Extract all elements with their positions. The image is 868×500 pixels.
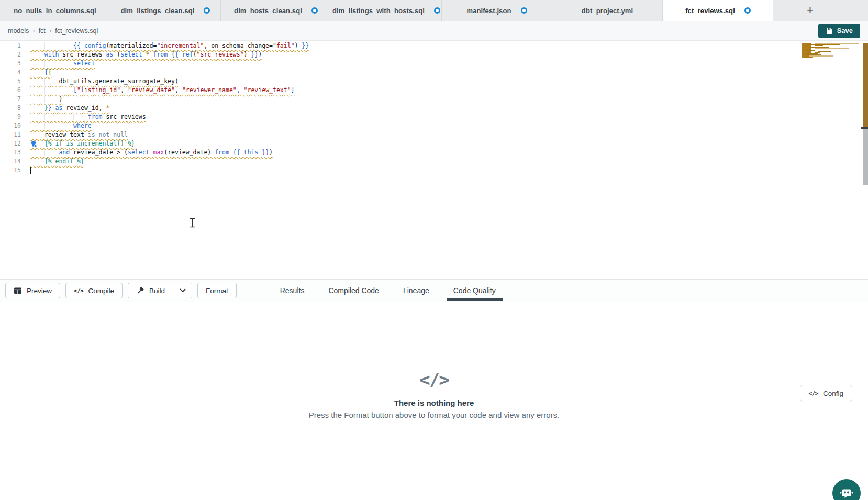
code-token: ( [193,51,197,58]
file-tab-label: dim_hosts_clean.sql [234,7,302,15]
breadcrumb-item[interactable]: fct_reviews.sql [55,27,98,35]
panel-tab-code-quality[interactable]: Code Quality [447,280,503,302]
line-number: 12 [0,139,21,148]
code-line-text: and review_date > (select max(review_dat… [30,148,273,157]
indent-guide [59,113,74,120]
code-line[interactable]: 1 {{ config(materialized="incremental", … [0,41,868,50]
code-line[interactable]: 9 from src_reviews [0,113,868,121]
result-panel-tabs: ResultsCompiled CodeLineageCode Quality [268,280,508,302]
indent-guide [30,60,45,67]
panel-tab-results[interactable]: Results [273,280,311,302]
line-number: 11 [0,130,21,139]
code-token: }} [262,149,269,156]
file-tab-manifest.json[interactable]: manifest.json [442,0,552,21]
code-line[interactable]: 4 {{ [0,68,868,77]
indent-guide [30,158,45,165]
code-line-text: with src_reviews as (select * from {{ re… [30,50,262,59]
file-tab-dim_listings_with_hosts.sql[interactable]: dim_listings_with_hosts.sql [331,0,442,21]
breadcrumb-item[interactable]: fct [39,27,46,35]
compile-button[interactable]: </> Compile [65,283,123,298]
indent-guide [30,42,45,49]
code-line[interactable]: 11 review_text is not null [0,130,868,139]
indent-guide [59,122,74,129]
breadcrumb-bar: models›fct›fct_reviews.sql Save [0,21,868,41]
code-line-text: }} as review_id, * [30,104,109,113]
code-editor[interactable]: 1 {{ config(materialized="incremental", … [0,41,868,279]
line-number: 9 [0,113,21,121]
breadcrumb-item[interactable]: models [8,27,29,35]
file-tab-dim_listings_clean.sql[interactable]: dim_listings_clean.sql [110,0,221,21]
code-token: , on_schema_change= [204,42,273,49]
code-line[interactable]: 14 {% endif %} [0,157,868,166]
code-token: "review_date" [128,86,175,94]
minimap-line [818,51,831,52]
unsaved-dot [311,7,318,14]
code-token: ref [182,51,193,58]
code-line[interactable]: 15 [0,166,868,175]
code-token: { [48,69,52,76]
code-token: "fail" [273,42,295,49]
quick-fix-lightbulb-icon[interactable] [30,140,37,148]
preview-button[interactable]: Preview [5,283,60,298]
code-token: where [73,122,92,129]
code-line[interactable]: 3 select [0,59,868,68]
indent-guide [44,122,60,129]
code-token: select [120,51,146,58]
line-number: 4 [0,68,21,77]
code-line[interactable]: 7 ) [0,95,868,104]
indent-guide [44,149,60,156]
code-line[interactable]: 12 {% if is_incremental() %} [0,139,868,148]
editor-scrollbar[interactable] [861,43,868,226]
format-button[interactable]: Format [197,283,237,298]
indent-guide [44,60,60,67]
code-line-text: {{ [30,68,52,77]
code-brackets-icon: </> [74,287,83,294]
code-token: "review_text" [244,86,291,94]
panel-tab-compiled-code[interactable]: Compiled Code [321,280,386,302]
code-line[interactable]: 10 where [0,121,868,130]
code-token: > ( [117,149,128,156]
file-tab-label: no_nulls_in_columns.sql [14,7,96,15]
line-number: 10 [0,121,21,130]
code-token: config [84,42,106,49]
minimap-line [806,46,809,47]
new-tab-button[interactable]: + [803,4,818,17]
minimap[interactable] [802,43,861,58]
code-token: max [153,149,164,156]
indent-guide [30,86,45,94]
file-tab-dim_hosts_clean.sql[interactable]: dim_hosts_clean.sql [221,0,331,21]
build-button[interactable]: Build [128,283,173,298]
config-button-label: Config [823,390,843,397]
indent-guide [30,122,45,129]
code-token: } [44,104,48,112]
build-options-dropdown[interactable] [173,283,192,298]
file-tab-fct_reviews.sql[interactable]: fct_reviews.sql [663,0,773,21]
code-line[interactable]: 6 ["listing_id", "review_date", "reviewe… [0,86,868,95]
config-button[interactable]: </> Config [800,385,852,402]
unsaved-dot [521,7,527,14]
file-tab-no_nulls_in_columns.sql[interactable]: no_nulls_in_columns.sql [0,0,110,21]
save-button[interactable]: Save [818,24,860,38]
code-token: dbt_utils.generate_surrogate_key( [59,77,178,85]
code-line[interactable]: 8 }} as review_id, * [0,104,868,113]
line-number: 13 [0,148,21,157]
indent-guide [44,113,60,120]
code-line[interactable]: 13 and review_date > (select max(review_… [0,148,868,157]
code-line[interactable]: 2 with src_reviews as (select * from {{ … [0,50,868,59]
code-line-text: select [30,59,95,68]
file-tab-label: dim_listings_clean.sql [121,7,195,15]
line-number: 6 [0,86,21,95]
code-token: is not null [88,131,128,138]
file-tab-dbt_project.yml[interactable]: dbt_project.yml [552,0,663,21]
code-token: }} [251,51,258,58]
scrollbar-thumb[interactable] [863,129,868,185]
compile-button-label: Compile [88,287,114,295]
minimap-rows [802,43,861,58]
code-line-text: {{ config(materialized="incremental", on… [30,41,309,50]
code-token: from [215,149,233,156]
panel-tab-lineage[interactable]: Lineage [396,280,436,302]
code-line[interactable]: 5 dbt_utils.generate_surrogate_key( [0,77,868,86]
code-token: ) [295,42,302,49]
code-token: review_text [44,131,88,138]
code-token: as [55,104,66,112]
